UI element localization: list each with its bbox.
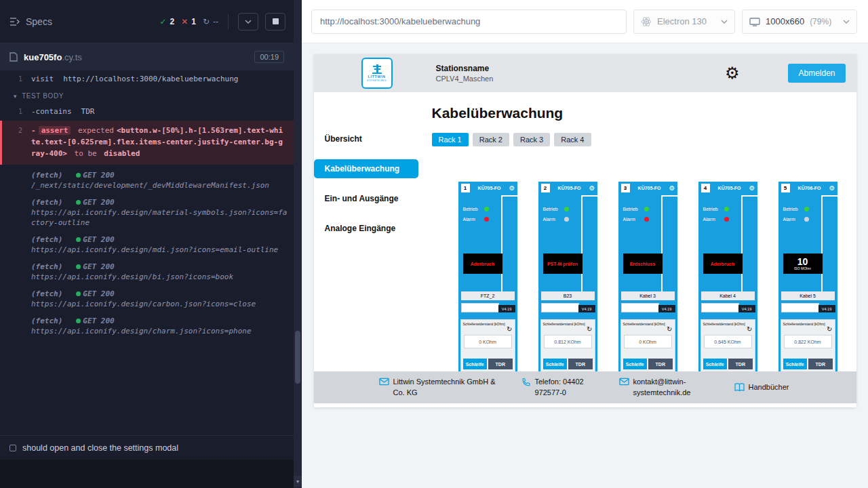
nav-item-uebersicht[interactable]: Übersicht	[314, 129, 420, 148]
app-footer: Littwin Systemtechnik GmbH & Co. KG Tele…	[314, 371, 856, 403]
cable-label: Kabel 5	[781, 291, 835, 300]
device-model: KÜ705-FO	[470, 186, 509, 190]
schleife-button[interactable]: Schleife	[703, 359, 728, 369]
device-number: 2	[541, 184, 550, 192]
refresh-icon[interactable]: ↻	[587, 326, 592, 333]
browser-bar: Electron 130 1000x660 (79%)	[302, 0, 868, 43]
divider	[741, 195, 757, 197]
next-test-title: should open and close the settings modal	[22, 443, 178, 453]
spec-header[interactable]: kue705fo.cy.ts 00:19	[0, 43, 294, 70]
log-fetch-row[interactable]: (fetch)GET 200 https://api.iconify.desig…	[0, 312, 294, 340]
test-body-section[interactable]: ▾ TEST BODY	[0, 86, 294, 104]
nav-item-analoge-eingaenge[interactable]: Analoge Eingänge	[314, 219, 420, 238]
gear-icon[interactable]: ⚙	[589, 185, 595, 192]
refresh-icon[interactable]: ↻	[507, 326, 512, 333]
gear-icon[interactable]: ⚙	[669, 185, 675, 192]
tower-icon	[372, 64, 382, 74]
betrieb-led	[644, 207, 649, 211]
fetch-url: https://api.iconify.design/carbon.json?i…	[31, 299, 290, 309]
nav-item-ein-und-ausgaenge[interactable]: Ein- und Ausgänge	[314, 189, 420, 208]
log-fetch-row[interactable]: (fetch)GET 200 https://api.iconify.desig…	[0, 285, 294, 312]
footer-phone: Telefon: 04402 972577-0	[521, 377, 603, 398]
electron-icon	[641, 16, 652, 27]
status-display: 10 ISO MOhm	[783, 253, 823, 274]
viewport-icon	[749, 17, 760, 26]
version-field	[701, 303, 739, 312]
divider	[581, 195, 597, 197]
tab-rack-3[interactable]: Rack 3	[513, 133, 550, 146]
tab-rack-4[interactable]: Rack 4	[554, 133, 591, 146]
divider	[661, 195, 677, 197]
stop-button[interactable]	[265, 13, 285, 30]
footer-manuals-link[interactable]: Handbücher	[734, 382, 789, 392]
log-fetch-row[interactable]: (fetch)GET 200 https://api.iconify.desig…	[0, 231, 294, 258]
device-model: KÜ705-FO	[710, 186, 749, 190]
gear-icon[interactable]: ⚙	[749, 185, 755, 192]
spec-name: kue705fo.cy.ts	[24, 52, 82, 62]
divider	[581, 195, 583, 291]
tab-rack-2[interactable]: Rack 2	[473, 133, 509, 146]
check-icon: ✓	[159, 17, 166, 26]
refresh-icon[interactable]: ↻	[827, 326, 832, 333]
viewport-scale: (79%)	[810, 17, 831, 26]
device-model: KÜ705-FO	[550, 186, 589, 190]
tdr-button[interactable]: TDR	[808, 359, 833, 369]
betrieb-led	[724, 207, 729, 211]
device-number: 4	[701, 184, 710, 192]
visit-command: visit	[31, 73, 54, 85]
resistance-value: 0.645 KOhm	[704, 335, 752, 348]
gear-icon[interactable]: ⚙	[509, 185, 515, 192]
station-info: Stationsname CPLV4_Maschen	[436, 64, 494, 83]
status-dot	[76, 291, 81, 296]
tab-rack-1[interactable]: Rack 1	[432, 133, 469, 146]
schleife-button[interactable]: Schleife	[543, 359, 568, 369]
logout-button[interactable]: Abmelden	[788, 64, 845, 83]
refresh-icon[interactable]: ↻	[667, 326, 672, 333]
aut-panel: Electron 130 1000x660 (79%)	[302, 0, 868, 488]
schleife-button[interactable]: Schleife	[623, 359, 648, 369]
app-bottom-strip	[314, 403, 856, 407]
scrollbar-thumb[interactable]	[295, 331, 300, 384]
nav-item-kabelueberwachung[interactable]: Kabelüberwachung	[314, 159, 418, 178]
tdr-button[interactable]: TDR	[648, 359, 673, 369]
log-assert-row-failed[interactable]: 2 -assert expected<button.w-[50%].h-[1.5…	[0, 121, 294, 165]
viewport-select[interactable]: 1000x660 (79%)	[742, 9, 857, 34]
tdr-button[interactable]: TDR	[728, 359, 753, 369]
gear-icon[interactable]: ⚙	[829, 185, 835, 192]
tdr-button[interactable]: TDR	[488, 359, 513, 369]
url-input[interactable]	[311, 9, 627, 34]
browser-select[interactable]: Electron 130	[633, 9, 735, 34]
refresh-icon[interactable]: ↻	[747, 326, 752, 333]
alarm-led	[724, 217, 729, 222]
settings-gear-icon[interactable]: ⚙	[725, 65, 740, 81]
reporter-scrollbar[interactable]: ▾	[294, 0, 302, 488]
specs-menu-button[interactable]: Specs	[9, 16, 52, 27]
footer-company: Littwin Systemtechnik GmbH & Co. KG	[379, 377, 505, 398]
scrollbar-down-arrow[interactable]: ▾	[294, 476, 302, 487]
device-card: 5 KÜ706-FO ⚙ Betrieb Alarm 10 ISO MOhm	[778, 182, 837, 371]
contains-arg: TDR	[81, 106, 95, 117]
chevron-down-icon	[843, 20, 850, 24]
chevron-down-icon	[245, 20, 252, 24]
alarm-led	[804, 217, 809, 222]
log-fetch-row[interactable]: (fetch)GET 200 /_next/static/development…	[0, 167, 294, 194]
device-model: KÜ706-FO	[790, 186, 829, 190]
fetch-url: https://api.iconify.design/charm.json?ic…	[31, 326, 290, 336]
passed-stat: ✓2	[159, 17, 174, 26]
tdr-button[interactable]: TDR	[568, 359, 593, 369]
next-test-row[interactable]: should open and close the settings modal	[0, 435, 294, 460]
schleife-button[interactable]: Schleife	[463, 359, 488, 369]
collapse-button[interactable]	[238, 13, 258, 30]
contains-command: -contains	[31, 106, 72, 117]
cable-label: Kabel 4	[701, 291, 755, 300]
run-stats: ✓2 ✕1 ↻--	[159, 13, 285, 30]
schleife-button[interactable]: Schleife	[783, 359, 808, 369]
divider	[821, 195, 823, 291]
log-visit-row[interactable]: 1 visit http://localhost:3000/kabelueber…	[0, 72, 294, 86]
footer-email: kontakt@littwin-systemtechnik.de	[619, 377, 718, 398]
log-fetch-row[interactable]: (fetch)GET 200 https://api.iconify.desig…	[0, 194, 294, 231]
log-contains-row[interactable]: 1 -contains TDR	[0, 104, 294, 119]
divider	[228, 14, 229, 29]
log-fetch-row[interactable]: (fetch)GET 200 https://api.iconify.desig…	[0, 258, 294, 285]
status-dot	[76, 173, 81, 178]
